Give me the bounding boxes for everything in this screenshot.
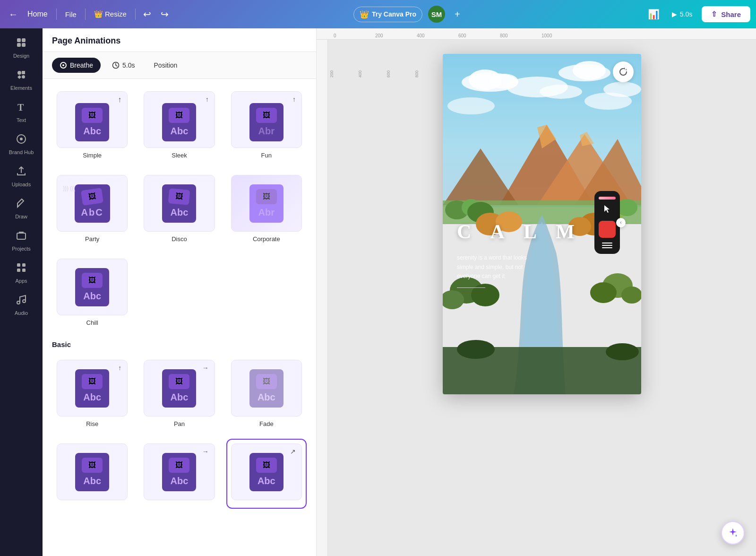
anim-thumb-rise: ↑ 🖼 Abc xyxy=(57,360,128,417)
uploads-label: Uploads xyxy=(12,182,31,187)
topbar-center: 👑 Try Canva Pro SM + xyxy=(176,6,641,23)
sidebar-item-apps[interactable]: Apps xyxy=(2,257,41,288)
back-icon[interactable]: ← xyxy=(6,6,21,23)
svg-rect-1 xyxy=(22,38,26,42)
avatar[interactable]: SM xyxy=(428,6,445,23)
color-picker-red[interactable] xyxy=(599,221,616,238)
anim-label-corporate: Corporate xyxy=(253,235,280,243)
sidebar-item-elements[interactable]: Elements xyxy=(2,64,41,96)
tab-breathe[interactable]: Breathe xyxy=(52,58,101,73)
anim-card-sleek[interactable]: ↑ 🖼 Abc Sleek xyxy=(139,87,219,164)
svg-text:+: + xyxy=(625,68,627,72)
anim-thumb-sleek: ↑ 🖼 Abc xyxy=(144,91,215,148)
canvas-text-calm[interactable]: C A L M . xyxy=(457,220,607,243)
color-bar xyxy=(599,197,616,200)
resize-button[interactable]: 👑 Resize xyxy=(89,7,131,21)
uploads-icon xyxy=(16,165,27,180)
topbar: ← Home File 👑 Resize ↩ ↪ 👑 Try Canva Pro… xyxy=(0,0,756,28)
redo-button[interactable]: ↪ xyxy=(157,6,172,23)
basic-animations-grid: ↑ 🖼 Abc Rise → xyxy=(52,355,307,509)
play-button[interactable]: ▶ 5.0s xyxy=(666,8,698,21)
crown-icon: 👑 xyxy=(94,10,103,18)
anim-label-pan: Pan xyxy=(174,420,185,427)
position-label: Position xyxy=(154,61,178,69)
draw-icon xyxy=(16,198,27,212)
audio-icon xyxy=(16,294,27,308)
breathe-icon xyxy=(60,61,67,69)
apps-icon xyxy=(16,262,27,276)
anim-card-simple[interactable]: ↑ 🖼 Abc Simple xyxy=(52,87,132,164)
floating-toolbar: ‹ xyxy=(594,191,620,254)
svg-rect-0 xyxy=(17,38,21,42)
sidebar-item-uploads[interactable]: Uploads xyxy=(2,161,41,192)
home-button[interactable]: Home xyxy=(23,7,52,21)
ruler-num-200: 200 xyxy=(375,33,417,38)
sidebar-item-projects[interactable]: Projects xyxy=(2,225,41,256)
ruler-num-400: 400 xyxy=(417,33,458,38)
sidebar-item-design[interactable]: Design xyxy=(2,32,41,63)
anim-card-pan[interactable]: → 🖼 Abc Pan xyxy=(139,355,219,432)
svg-point-26 xyxy=(507,77,568,97)
anim-card-fade[interactable]: 🖼 Abc Fade xyxy=(226,355,307,432)
avatar-initials: SM xyxy=(431,10,442,18)
projects-icon xyxy=(16,230,27,244)
panel-title: Page Animations xyxy=(52,36,120,46)
svg-rect-14 xyxy=(22,269,26,272)
svg-point-9 xyxy=(20,138,23,140)
undo-button[interactable]: ↩ xyxy=(139,6,155,23)
anim-card-chill[interactable]: 🖼 Abc Chill xyxy=(52,254,132,331)
anim-card-corporate[interactable]: 🖼 Abr Corporate xyxy=(226,170,307,247)
tab-duration[interactable]: 5.0s xyxy=(104,58,142,73)
file-button[interactable]: File xyxy=(60,8,81,21)
anim-card-fun[interactable]: ↑ 🖼 Abr Fun xyxy=(226,87,307,164)
svg-rect-3 xyxy=(22,43,26,47)
svg-text:T: T xyxy=(17,102,24,113)
anim-card-basic5[interactable]: → 🖼 Abc xyxy=(139,439,219,509)
svg-rect-13 xyxy=(17,269,20,272)
collapse-panel-button[interactable]: ‹ xyxy=(616,218,626,227)
sidebar-item-audio[interactable]: Audio xyxy=(2,289,41,321)
menu-icon[interactable] xyxy=(602,243,612,248)
svg-point-18 xyxy=(62,64,64,66)
stats-icon[interactable]: 📊 xyxy=(645,6,662,23)
design-icon xyxy=(16,37,27,51)
tab-position[interactable]: Position xyxy=(146,58,185,73)
ruler-numbers: 0 200 400 600 800 1000 xyxy=(334,33,583,38)
svg-rect-11 xyxy=(17,263,20,267)
anim-thumb-chill: 🖼 Abc xyxy=(57,259,128,315)
share-button[interactable]: ⇧ Share xyxy=(702,6,750,22)
sidebar-item-text[interactable]: T Text xyxy=(2,96,41,128)
svg-rect-12 xyxy=(22,263,26,267)
add-button[interactable]: + xyxy=(451,7,464,22)
panel-scroll[interactable]: ↑ 🖼 Abc Simple ↑ xyxy=(43,79,316,556)
canvas-viewport[interactable]: C A L M . serenity is a word that lookss… xyxy=(328,40,756,556)
brand-hub-icon xyxy=(16,133,27,148)
svg-point-24 xyxy=(573,61,606,80)
topbar-divider3 xyxy=(135,9,136,20)
anim-label-party: Party xyxy=(85,235,99,243)
elements-label: Elements xyxy=(10,85,32,91)
anim-card-basic6[interactable]: ↗ 🖼 Abc xyxy=(226,439,307,509)
anim-card-rise[interactable]: ↑ 🖼 Abc Rise xyxy=(52,355,132,432)
sidebar-item-draw[interactable]: Draw xyxy=(2,193,41,224)
anim-thumb-simple: ↑ 🖼 Abc xyxy=(57,91,128,148)
topbar-left: ← Home File 👑 Resize ↩ ↪ xyxy=(6,6,172,23)
anim-card-disco[interactable]: 🖼 Abc Disco xyxy=(139,170,219,247)
pro-crown-icon: 👑 xyxy=(360,10,369,19)
anim-label-rise: Rise xyxy=(86,420,98,427)
anim-card-party[interactable]: 🖼 AbC ))) ((( Party xyxy=(52,170,132,247)
try-canva-pro-button[interactable]: 👑 Try Canva Pro xyxy=(353,7,422,22)
clock-icon xyxy=(112,61,120,69)
sidebar-item-brand-hub[interactable]: Brand Hub xyxy=(2,129,41,160)
main-layout: Design Elements T Text xyxy=(0,28,756,556)
refresh-button[interactable]: + xyxy=(613,61,634,82)
anim-card-basic4[interactable]: 🖼 Abc xyxy=(52,439,132,509)
svg-point-55 xyxy=(606,343,639,360)
anim-label-sleek: Sleek xyxy=(172,152,187,159)
apps-label: Apps xyxy=(15,278,27,284)
svg-marker-32 xyxy=(443,148,518,205)
svg-point-51 xyxy=(621,287,641,304)
design-label: Design xyxy=(13,53,29,59)
topbar-divider xyxy=(56,9,57,20)
ai-magic-button[interactable] xyxy=(721,521,745,545)
